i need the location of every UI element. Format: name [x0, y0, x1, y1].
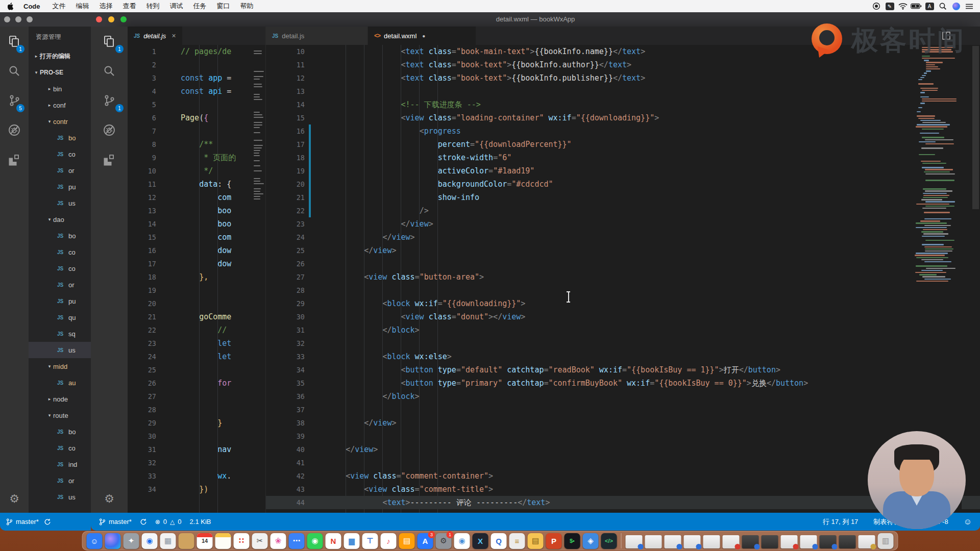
minimized-window-thumbnail-2[interactable]	[665, 535, 681, 548]
chrome-icon[interactable]: ◉	[454, 533, 470, 549]
photos-viewer-icon[interactable]: ▦	[160, 533, 176, 549]
menu-item-8[interactable]: 帮助	[235, 2, 259, 11]
input-source-icon[interactable]: A	[924, 2, 935, 11]
menu-item-5[interactable]: 调试	[165, 2, 188, 11]
tree-item-conf-3[interactable]: ▸conf	[29, 97, 91, 113]
notification-center-icon[interactable]	[964, 2, 975, 11]
tree-item-ind-25[interactable]: JSind	[29, 456, 91, 472]
code-line-19[interactable]: 19 activeColor="#1aad19"	[266, 164, 980, 178]
finder-icon[interactable]: ☺	[87, 533, 103, 549]
menu-item-6[interactable]: 任务	[188, 2, 212, 11]
code-line-24[interactable]: 24 </view>	[266, 231, 980, 244]
code-line-6[interactable]: 6Page({	[128, 111, 265, 124]
code-line-18[interactable]: 18 },	[128, 270, 265, 284]
quicktime-icon[interactable]: Q	[491, 533, 507, 549]
notes-icon[interactable]: ✎	[884, 2, 895, 11]
menu-item-4[interactable]: 转到	[141, 2, 165, 11]
safari-icon[interactable]: ◉	[142, 533, 158, 549]
itunes-icon[interactable]: ♪	[381, 533, 397, 549]
tree-item-bo-11[interactable]: JSbo	[29, 228, 91, 244]
code-line-25[interactable]: 25 </view>	[266, 244, 980, 257]
code-line-30[interactable]: 30	[128, 430, 265, 443]
vertical-scrollbar[interactable]	[962, 45, 980, 513]
tree-item-qu-16[interactable]: JSqu	[29, 309, 91, 325]
tab-detail-js-group2[interactable]: JS detail.js	[266, 27, 368, 45]
menu-item-2[interactable]: 选择	[94, 2, 118, 11]
tree-item-or-7[interactable]: JSor	[29, 162, 91, 179]
code-line-15[interactable]: 15 <view class="loading-container" wx:if…	[266, 111, 980, 124]
tree-item-co-13[interactable]: JSco	[29, 260, 91, 277]
back-minimize-button[interactable]	[15, 16, 21, 22]
code-line-10[interactable]: 10 */	[128, 164, 265, 178]
minimized-window-thumbnail-0[interactable]	[626, 535, 643, 548]
code-line-34[interactable]: 34 <button type="default" catchtap="read…	[266, 363, 980, 377]
tree-item-bo-5[interactable]: JSbo	[29, 130, 91, 146]
code-line-5[interactable]: 5	[128, 98, 265, 111]
code-line-39[interactable]: 39	[266, 430, 980, 443]
code-line-17[interactable]: 17 percent="{{downloadPercent}}"	[266, 138, 980, 151]
notes-icon[interactable]	[215, 533, 231, 549]
explorer-icon[interactable]: 1	[91, 27, 128, 56]
menu-item-1[interactable]: 编辑	[71, 2, 94, 11]
minimized-window-thumbnail-9[interactable]	[800, 535, 817, 548]
siri-icon[interactable]	[105, 533, 121, 549]
back-source-control-icon[interactable]: 5	[0, 86, 29, 115]
tree-item-route-22[interactable]: ▾route	[29, 407, 91, 423]
code-line-20[interactable]: 20	[128, 297, 265, 310]
feedback-smiley-icon[interactable]: ☺	[964, 517, 972, 527]
search-icon[interactable]	[91, 56, 128, 86]
close-tab-icon[interactable]: ×	[172, 32, 176, 40]
code-line-28[interactable]: 28	[266, 284, 980, 297]
code-line-11[interactable]: 11 <text class="book-text">{{bookInfo.au…	[266, 58, 980, 71]
code-line-31[interactable]: 31 nav	[128, 443, 265, 456]
back-sync-icon[interactable]	[44, 518, 51, 525]
tree-item-node-21[interactable]: ▸node	[29, 391, 91, 407]
code-line-19[interactable]: 19	[128, 284, 265, 297]
code-line-16[interactable]: 16 dow	[128, 244, 265, 257]
code-line-24[interactable]: 24 let	[128, 350, 265, 363]
minimized-window-thumbnail-5[interactable]	[723, 535, 740, 548]
tab-detail-wxml[interactable]: <> detail.wxml ●	[368, 27, 476, 45]
code-line-8[interactable]: 8 /**	[128, 138, 265, 151]
code-line-30[interactable]: 30 <view class="donut"></view>	[266, 310, 980, 323]
pane1-minimap[interactable]	[252, 45, 265, 513]
tree-item-sq-17[interactable]: JSsq	[29, 325, 91, 342]
minimized-window-thumbnail-6[interactable]	[742, 535, 759, 548]
wifi-icon[interactable]	[897, 2, 909, 11]
scrollbar-thumb[interactable]	[972, 46, 979, 209]
sidebar-section-0[interactable]: ▸打开的编辑	[29, 48, 91, 64]
app-store-icon[interactable]: A3	[418, 533, 433, 549]
database-tool-icon[interactable]: ▤	[528, 533, 544, 549]
xcode-icon[interactable]: X	[473, 533, 488, 549]
minimized-window-thumbnail-11[interactable]	[839, 535, 856, 548]
spotlight-icon[interactable]	[937, 2, 948, 11]
tree-item-bo-23[interactable]: JSbo	[29, 423, 91, 440]
tree-item-midd-19[interactable]: ▾midd	[29, 358, 91, 374]
code-line-29[interactable]: 29 }	[128, 416, 265, 430]
code-line-17[interactable]: 17 dow	[128, 257, 265, 270]
code-line-36[interactable]: 36 </block>	[266, 390, 980, 403]
code-line-16[interactable]: 16 <progress	[266, 124, 980, 138]
tree-item-dao-10[interactable]: ▾dao	[29, 211, 91, 228]
minimized-window-thumbnail-8[interactable]	[781, 535, 798, 548]
back-search-icon[interactable]	[0, 56, 29, 86]
photos-icon[interactable]: ❀	[271, 533, 286, 549]
code-line-33[interactable]: 33 <block wx:else>	[266, 350, 980, 363]
code-line-11[interactable]: 11 data: {	[128, 178, 265, 191]
code-line-18[interactable]: 18 stroke-width="6"	[266, 151, 980, 164]
tree-item-co-24[interactable]: JSco	[29, 440, 91, 456]
back-branch-status[interactable]: master*	[6, 518, 39, 525]
code-line-21[interactable]: 21 goComme	[128, 310, 265, 323]
code-line-32[interactable]: 32	[128, 456, 265, 469]
code-line-20[interactable]: 20 backgroundColor="#cdcdcd"	[266, 178, 980, 191]
tree-item-pu-15[interactable]: JSpu	[29, 293, 91, 309]
code-line-26[interactable]: 26 for	[128, 377, 265, 390]
launchpad-icon[interactable]: ✦	[124, 533, 139, 549]
news-icon[interactable]: N	[326, 533, 341, 549]
tree-item-or-14[interactable]: JSor	[29, 277, 91, 293]
screenshot-icon[interactable]: ✂	[252, 533, 268, 549]
code-line-27[interactable]: 27 <view class="button-area">	[266, 270, 980, 284]
iterm-icon[interactable]: $▪	[565, 533, 580, 549]
back-explorer-icon[interactable]: 1	[0, 27, 29, 56]
back-settings-gear-icon[interactable]: ⚙	[0, 492, 29, 506]
